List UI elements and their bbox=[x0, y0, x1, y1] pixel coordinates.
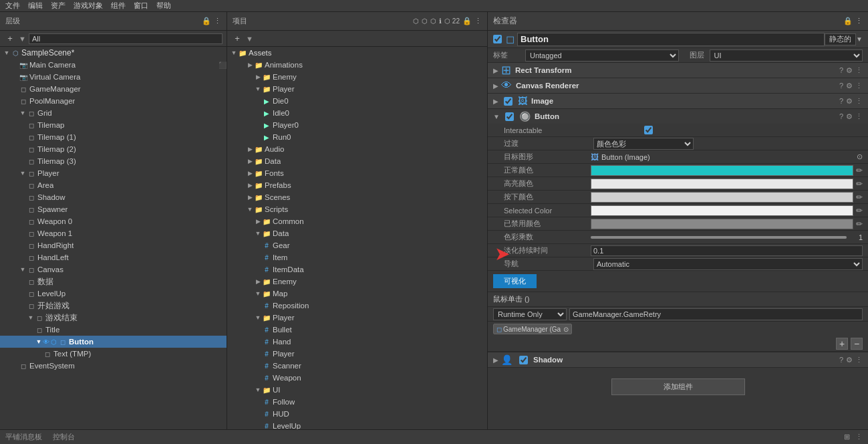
hierarchy-item-eventsystem[interactable]: ◻ EventSystem bbox=[0, 360, 227, 372]
image-question-icon[interactable]: ? bbox=[839, 97, 843, 105]
hierarchy-item-button[interactable]: ▼ 👁 ⬡ ◻ Button bbox=[0, 336, 227, 348]
project-item-die0[interactable]: ▶ Die0 bbox=[227, 95, 487, 107]
project-item-ui[interactable]: ▼ 📁 UI bbox=[227, 384, 487, 396]
hierarchy-item-weapon1[interactable]: ◻ Weapon 1 bbox=[0, 227, 227, 239]
project-item-player0[interactable]: ▶ Player0 bbox=[227, 119, 487, 131]
bottom-icon1[interactable]: ⊞ bbox=[844, 433, 850, 441]
rect-transform-header[interactable]: ▶ ⊞ Rect Transform ? ⚙ ⋮ bbox=[488, 63, 868, 78]
image-active-checkbox[interactable] bbox=[504, 97, 513, 106]
hierarchy-menu-icon[interactable]: ⋮ bbox=[214, 17, 221, 25]
button-settings-icon[interactable]: ⚙ bbox=[846, 112, 853, 121]
project-add-button[interactable]: + bbox=[231, 33, 243, 45]
project-icon2[interactable]: ⬡ bbox=[422, 17, 428, 25]
hierarchy-item-shuju[interactable]: ◻ 数据 bbox=[0, 275, 227, 288]
menu-component[interactable]: 组件 bbox=[111, 1, 126, 11]
target-graphic-icon[interactable]: ⊙ bbox=[857, 152, 863, 161]
project-lock-icon[interactable]: 🔒 bbox=[462, 17, 472, 25]
hierarchy-search-input[interactable] bbox=[29, 33, 223, 44]
menu-window[interactable]: 窗口 bbox=[134, 1, 148, 11]
hierarchy-item-start-game[interactable]: ◻ 开始游戏 bbox=[0, 300, 227, 312]
hierarchy-item-spawner[interactable]: ◻ Spawner bbox=[0, 203, 227, 215]
project-item-scripts[interactable]: ▼ 📁 Scripts bbox=[227, 203, 487, 215]
runtime-function-input[interactable] bbox=[569, 308, 863, 320]
interactable-checkbox[interactable] bbox=[644, 126, 653, 134]
project-item-enemy-scripts[interactable]: ▶ 📁 Enemy bbox=[227, 275, 487, 288]
project-item-fonts[interactable]: ▶ 📁 Fonts bbox=[227, 167, 487, 179]
disabled-color-swatch[interactable] bbox=[591, 219, 853, 229]
fade-duration-input[interactable] bbox=[591, 245, 863, 256]
selected-color-swatch[interactable] bbox=[591, 205, 853, 216]
hierarchy-item-samplescene[interactable]: ▼ ⬡ SampleScene* bbox=[0, 47, 227, 59]
project-item-hud[interactable]: # HUD bbox=[227, 408, 487, 420]
bottom-icon2[interactable]: ⋮ bbox=[855, 433, 863, 441]
rect-transform-settings-icon[interactable]: ⚙ bbox=[846, 66, 853, 75]
project-item-scenes[interactable]: ▶ 📁 Scenes bbox=[227, 191, 487, 203]
hierarchy-item-tilemap3[interactable]: ◻ Tilemap (3) bbox=[0, 155, 227, 167]
shadow-component-header[interactable]: ▶ 👤 Shadow ? ⚙ ⋮ bbox=[488, 352, 868, 367]
hierarchy-lock-icon[interactable]: 🔒 bbox=[202, 17, 211, 25]
hierarchy-item-tilemap1[interactable]: ◻ Tilemap (1) bbox=[0, 131, 227, 143]
project-item-player-scripts[interactable]: ▼ 📁 Player bbox=[227, 312, 487, 324]
project-item-bullet[interactable]: # Bullet bbox=[227, 324, 487, 336]
button-question-icon[interactable]: ? bbox=[839, 112, 843, 120]
hierarchy-item-canvas[interactable]: ▼ ◻ Canvas bbox=[0, 263, 227, 275]
project-item-prefabs[interactable]: ▶ 📁 Prefabs bbox=[227, 179, 487, 191]
static-dropdown[interactable]: 静态的 bbox=[825, 33, 856, 45]
shadow-menu-icon[interactable]: ⋮ bbox=[855, 356, 863, 364]
project-item-scanner[interactable]: # Scanner bbox=[227, 360, 487, 372]
hierarchy-item-tilemap[interactable]: ◻ Tilemap bbox=[0, 119, 227, 131]
image-settings-icon[interactable]: ⚙ bbox=[846, 97, 853, 106]
project-item-data-scripts[interactable]: ▼ 📁 Data bbox=[227, 227, 487, 239]
project-item-animations[interactable]: ▶ 📁 Animations bbox=[227, 59, 487, 71]
hierarchy-item-virtual-camera[interactable]: 📷 Virtual Camera bbox=[0, 71, 227, 83]
hierarchy-add-button[interactable]: + bbox=[4, 33, 16, 45]
project-item-data[interactable]: ▶ 📁 Data bbox=[227, 155, 487, 167]
button-component-header[interactable]: ▼ 🔘 Button ? ⚙ ⋮ bbox=[488, 109, 868, 124]
gamemanager-circle-icon[interactable]: ⊙ bbox=[563, 326, 569, 333]
button-active-checkbox[interactable] bbox=[505, 112, 514, 121]
inspector-lock-icon[interactable]: 🔒 bbox=[843, 17, 853, 25]
shadow-active-checkbox[interactable] bbox=[519, 356, 528, 364]
project-item-enemy-anim[interactable]: ▶ 📁 Enemy bbox=[227, 71, 487, 83]
menu-gameobject[interactable]: 游戏对象 bbox=[74, 1, 103, 11]
menu-edit[interactable]: 编辑 bbox=[28, 1, 43, 11]
highlight-color-pencil-icon[interactable]: ✏ bbox=[856, 179, 863, 189]
project-icon4[interactable]: ℹ bbox=[439, 17, 442, 25]
shadow-settings-icon[interactable]: ⚙ bbox=[846, 356, 853, 364]
rect-transform-question-icon[interactable]: ? bbox=[839, 66, 843, 74]
bottom-tab-console[interactable]: 控制台 bbox=[53, 432, 75, 442]
highlight-color-swatch[interactable] bbox=[591, 179, 853, 189]
pressed-color-swatch[interactable] bbox=[591, 192, 853, 203]
menu-help[interactable]: 帮助 bbox=[156, 1, 171, 11]
hierarchy-item-game-over[interactable]: ▼ ◻ 游戏结束 bbox=[0, 312, 227, 324]
inspector-menu-icon[interactable]: ⋮ bbox=[855, 17, 863, 25]
button-menu-icon[interactable]: ⋮ bbox=[855, 112, 863, 121]
runtime-select[interactable]: Runtime Only bbox=[493, 308, 567, 320]
hierarchy-item-shadow[interactable]: ◻ Shadow bbox=[0, 191, 227, 203]
project-item-player-script[interactable]: # Player bbox=[227, 348, 487, 360]
hierarchy-item-player[interactable]: ▼ ◻ Player bbox=[0, 167, 227, 179]
disabled-color-pencil-icon[interactable]: ✏ bbox=[856, 219, 863, 229]
add-listener-button[interactable]: + bbox=[836, 338, 848, 350]
canvas-renderer-settings-icon[interactable]: ⚙ bbox=[846, 82, 853, 90]
hierarchy-item-levelup[interactable]: ◻ LevelUp bbox=[0, 288, 227, 300]
hierarchy-item-title[interactable]: ◻ Title bbox=[0, 324, 227, 336]
transition-select[interactable]: 颜色色彩 bbox=[593, 138, 694, 150]
bottom-tab-messages[interactable]: 平铺消息板 bbox=[5, 432, 42, 442]
hierarchy-item-tilemap2[interactable]: ◻ Tilemap (2) bbox=[0, 143, 227, 155]
project-item-follow[interactable]: # Follow bbox=[227, 396, 487, 408]
pressed-color-pencil-icon[interactable]: ✏ bbox=[856, 193, 863, 202]
hierarchy-item-weapon0[interactable]: ◻ Weapon 0 bbox=[0, 215, 227, 227]
project-item-common[interactable]: ▶ 📁 Common bbox=[227, 215, 487, 227]
shadow-question-icon[interactable]: ? bbox=[839, 356, 843, 364]
navigation-select[interactable]: Automatic bbox=[593, 258, 863, 270]
rect-transform-menu-icon[interactable]: ⋮ bbox=[855, 66, 863, 75]
menu-assets[interactable]: 资产 bbox=[51, 1, 65, 11]
project-item-idle0[interactable]: ▶ Idle0 bbox=[227, 107, 487, 119]
project-item-player-anim[interactable]: ▼ 📁 Player bbox=[227, 83, 487, 95]
selected-color-pencil-icon[interactable]: ✏ bbox=[856, 206, 863, 215]
project-item-gear[interactable]: # Gear bbox=[227, 239, 487, 251]
hierarchy-item-text-tmp[interactable]: ◻ Text (TMP) bbox=[0, 348, 227, 360]
image-menu-icon[interactable]: ⋮ bbox=[855, 97, 863, 106]
project-item-itemdata[interactable]: # ItemData bbox=[227, 263, 487, 275]
